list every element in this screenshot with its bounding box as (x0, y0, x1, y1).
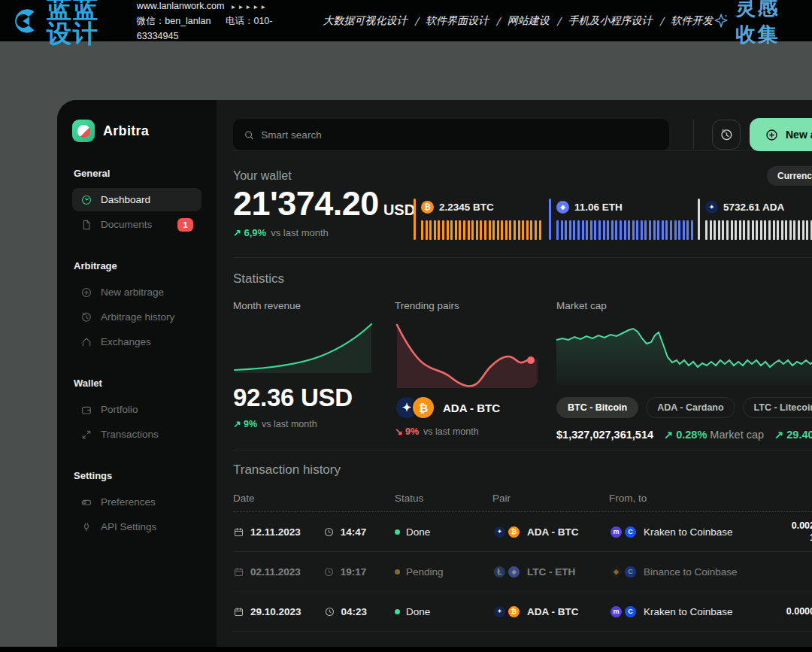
status-dot-done (395, 529, 400, 535)
documents-badge: 1 (177, 218, 193, 232)
market-cap-card: Market cap 1D 7D 1M BTC - (556, 300, 812, 441)
nav-item-bigdata[interactable]: 大数据可视化设计 (323, 14, 407, 28)
up-arrow-icon: ↗ (664, 429, 673, 441)
cap-change: 0.28% (676, 429, 707, 441)
history-button[interactable] (712, 120, 741, 150)
sidebar-item-arbitrage-history[interactable]: Arbitrage history (72, 305, 201, 329)
btc-bars-sparkline (421, 220, 549, 240)
balance-currency: USD (383, 202, 415, 218)
tx-route: Binance to Coinbase (644, 566, 738, 578)
market-cap-chart (556, 323, 812, 385)
btc-icon: ₿ (421, 201, 434, 214)
app-title: Arbitra (103, 123, 149, 139)
coinbase-icon: C (623, 605, 638, 619)
section-title-settings: Settings (74, 470, 200, 481)
history-icon (720, 128, 734, 142)
ada-icon: ✦ (705, 201, 718, 214)
dashboard-card: Arbitra General Dashboard Documents 1 Ar… (57, 100, 812, 647)
sidebar-item-dashboard[interactable]: Dashboard (72, 188, 201, 211)
wallet-section: Your wallet Currencies Exchanges 21'374.… (233, 151, 812, 257)
nav-separator: / (660, 15, 664, 27)
status-badge: Done (406, 526, 430, 538)
btc-icon: ₿ (507, 605, 521, 619)
bank-icon (80, 336, 92, 348)
lanlan-logo: 蓝蓝设计 (12, 0, 117, 46)
month-revenue-value: 92.36 USD (233, 384, 376, 412)
ada-icon: ✦ (492, 525, 507, 539)
section-title-general: General (74, 168, 200, 179)
lanlan-logo-text: 蓝蓝设计 (47, 0, 117, 46)
up-arrow-icon: ↗ (233, 419, 241, 429)
arbitra-logo-icon (72, 120, 95, 142)
search-input[interactable] (261, 129, 659, 141)
kraken-icon: m (609, 605, 623, 619)
banner-website[interactable]: www.lanlanwork.com (137, 1, 225, 11)
table-row[interactable]: 12.11.2023 14:47 Done ✦₿ADA - BTC mCKrak… (233, 512, 812, 552)
search-box[interactable] (233, 119, 669, 150)
trending-change: 9% (405, 426, 419, 437)
topbar-divider (693, 120, 694, 150)
pill-btc-bitcoin[interactable]: BTC - Bitcoin (556, 397, 638, 418)
nav-separator: / (414, 15, 418, 27)
btc-icon: ₿ (411, 396, 435, 420)
pill-ada-cardano[interactable]: ADA - Cardano (646, 397, 735, 418)
inspiration-collect[interactable]: 灵感收集 (713, 0, 800, 48)
tx-time: 19:17 (341, 566, 367, 578)
sidebar-item-label: Dashboard (101, 194, 150, 205)
nav-item-mobile[interactable]: 手机及小程序设计 (568, 14, 653, 28)
sidebar-item-portfolio[interactable]: Portfolio (72, 398, 201, 421)
transfer-arrows-icon (80, 429, 92, 441)
binance-icon: ◆ (609, 565, 623, 579)
trending-pairs-label: Trending pairs (395, 300, 539, 311)
new-arbitrage-label: New arbitrage (786, 129, 812, 141)
wallet-balance: 21'374.20USD ↗ 6,9%vs last month (233, 184, 415, 238)
tx-time: 04:23 (341, 606, 368, 617)
market-cap-label: Market cap (556, 300, 607, 311)
status-badge: Done (406, 606, 430, 617)
app-brand: Arbitra (72, 120, 201, 142)
section-title-arbitrage: Arbitrage (74, 260, 200, 271)
search-icon (244, 129, 254, 141)
sidebar-item-label: API Settings (101, 521, 156, 532)
status-dot-done (395, 609, 400, 614)
sidebar-item-preferences[interactable]: Preferences (72, 490, 201, 514)
new-arbitrage-button[interactable]: New arbitrage (750, 118, 812, 151)
market-cap-stats: $1,327,027,361,514 ↗ 0.28% Market cap ↗ … (556, 429, 812, 441)
balance-value: 21'374.20 (233, 184, 379, 223)
table-header: Date Status Pair From, to (233, 493, 812, 512)
tx-pair: ADA - BTC (527, 526, 579, 538)
column-pair: Pair (492, 493, 609, 504)
calendar-icon (233, 526, 244, 538)
change-suffix: vs last month (271, 227, 329, 238)
eth-amount: 11.06 ETH (574, 202, 623, 213)
sidebar-item-documents[interactable]: Documents 1 (72, 213, 201, 236)
main-content: New arbitrage Your wallet Currencies Exc… (217, 100, 812, 647)
banner-contact: www.lanlanwork.com►►►►► 微信：ben_lanlan 电话… (137, 0, 280, 44)
tx-amounts: 0.0021 (780, 520, 812, 544)
wallet-tabs: Currencies Exchanges (767, 166, 812, 186)
pill-ltc-litecoin[interactable]: LTC - Litecoin (743, 397, 812, 418)
statistics-title: Statistics (233, 271, 284, 287)
nav-item-website[interactable]: 网站建设 (508, 14, 550, 28)
holding-btc: ₿2.2345 BTC (414, 201, 549, 240)
trending-pairs-card: Trending pairs ✦₿ ADA - BTC ↘ 9%vs last … (395, 300, 539, 437)
btc-amount: 2.2345 BTC (439, 202, 494, 213)
tab-currencies[interactable]: Currencies (767, 166, 812, 186)
sidebar-item-label: Transactions (101, 429, 159, 440)
sidebar-item-transactions[interactable]: Transactions (72, 423, 201, 446)
nav-item-software-ui[interactable]: 软件界面设计 (426, 14, 489, 28)
calendar-icon (233, 566, 244, 578)
sidebar-item-exchanges[interactable]: Exchanges (72, 330, 201, 353)
table-row[interactable]: 02.11.2023 19:17 Pending Ł◆LTC - ETH ◆CB… (233, 552, 812, 592)
ada-icon: ✦ (492, 605, 507, 619)
sidebar-item-api-settings[interactable]: API Settings (72, 515, 201, 538)
table-row[interactable]: 29.10.2023 04:23 Done ✦₿ADA - BTC mCKrak… (233, 592, 812, 632)
history-icon (80, 311, 92, 323)
sidebar-item-new-arbitrage[interactable]: New arbitrage (72, 281, 201, 304)
ltc-icon: Ł (492, 565, 507, 579)
coinbase-icon: C (623, 525, 638, 539)
sidebar-item-label: Preferences (101, 496, 156, 508)
statistics-section: Statistics Month revenue 92.36 USD ↗ 9%v… (233, 258, 812, 450)
ada-amount: 5732.61 ADA (723, 202, 784, 213)
nav-item-dev[interactable]: 软件开发 (671, 14, 713, 28)
